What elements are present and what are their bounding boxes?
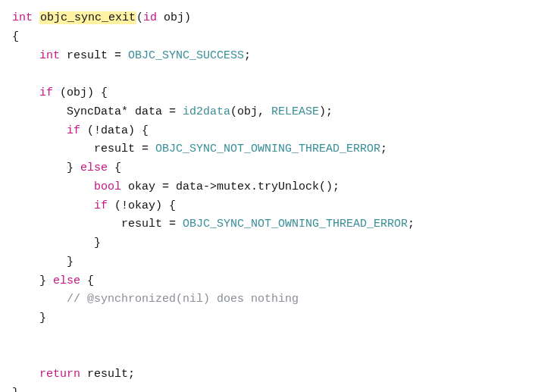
text: ;	[244, 49, 251, 62]
indent	[12, 124, 67, 137]
keyword-else: else	[80, 162, 108, 174]
text: (!data) {	[80, 124, 149, 137]
indent	[12, 293, 67, 306]
keyword-bool: bool	[94, 180, 121, 193]
code-line: if (!data) {	[12, 124, 149, 137]
text: (obj) {	[53, 86, 108, 99]
keyword-if: if	[94, 199, 108, 212]
code-line: bool okay = data->mutex.tryUnlock();	[12, 180, 339, 193]
code-line: }	[12, 256, 74, 268]
code-line: }	[12, 387, 19, 392]
indent	[12, 143, 94, 155]
indent	[12, 86, 39, 99]
code-line: int objc_sync_exit(id obj)	[12, 11, 191, 24]
code-block: int objc_sync_exit(id obj) { int result …	[12, 9, 523, 392]
keyword-if: if	[67, 124, 80, 137]
function-call: id2data	[183, 105, 230, 118]
constant: OBJC_SYNC_NOT_OWNING_THREAD_ERROR	[183, 218, 408, 230]
code-line: return result;	[12, 368, 135, 381]
text: (!okay) {	[108, 199, 176, 212]
code-line: if (obj) {	[12, 86, 108, 99]
text: (	[136, 11, 143, 24]
code-line: {	[12, 30, 19, 43]
text: result =	[121, 218, 183, 230]
indent	[12, 368, 39, 381]
constant: OBJC_SYNC_SUCCESS	[128, 49, 244, 62]
indent	[12, 162, 67, 174]
indent	[12, 274, 39, 287]
code-line: int result = OBJC_SYNC_SUCCESS;	[12, 49, 251, 62]
code-line: SyncData* data = id2data(obj, RELEASE);	[12, 105, 333, 118]
constant: OBJC_SYNC_NOT_OWNING_THREAD_ERROR	[155, 143, 380, 155]
indent	[12, 49, 39, 62]
text: result;	[80, 368, 135, 381]
text: result =	[60, 49, 128, 62]
code-line: result = OBJC_SYNC_NOT_OWNING_THREAD_ERR…	[12, 218, 415, 230]
text: );	[319, 105, 333, 118]
keyword-id: id	[143, 11, 157, 24]
keyword-if: if	[39, 86, 53, 99]
code-line: if (!okay) {	[12, 199, 176, 212]
text: {	[80, 274, 94, 287]
comment: // @synchronized(nil) does nothing	[67, 293, 299, 306]
keyword-return: return	[39, 368, 80, 381]
code-line: // @synchronized(nil) does nothing	[12, 293, 299, 306]
indent	[12, 105, 67, 118]
text: ;	[380, 143, 387, 155]
code-line	[12, 67, 39, 80]
text: (obj,	[230, 105, 271, 118]
code-line: }	[12, 312, 46, 325]
constant: RELEASE	[271, 105, 319, 118]
code-line: result = OBJC_SYNC_NOT_OWNING_THREAD_ERR…	[12, 143, 387, 155]
text: obj)	[157, 11, 191, 24]
text: SyncData* data =	[67, 105, 183, 118]
text: ;	[408, 218, 415, 230]
indent	[12, 218, 121, 230]
code-line: } else {	[12, 274, 94, 287]
text: {	[108, 162, 121, 174]
text: result =	[94, 143, 155, 155]
text: }	[67, 162, 80, 174]
code-line: } else {	[12, 162, 121, 174]
keyword-int: int	[12, 11, 33, 24]
function-name-highlight: objc_sync_exit	[39, 11, 136, 24]
text: }	[39, 274, 53, 287]
indent	[12, 180, 94, 193]
keyword-int: int	[39, 49, 60, 62]
text: okay = data->mutex.tryUnlock();	[121, 180, 339, 193]
code-line: }	[12, 237, 101, 249]
indent	[12, 199, 94, 212]
keyword-else: else	[53, 274, 80, 287]
